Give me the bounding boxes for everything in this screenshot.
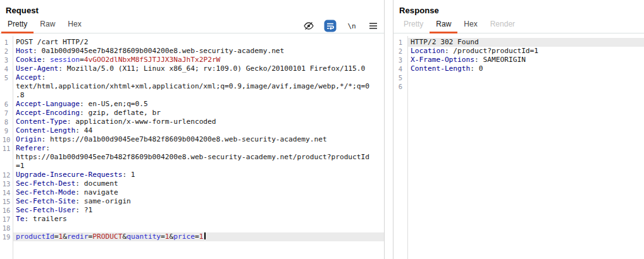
line-text[interactable]: User-Agent: Mozilla/5.0 (X11; Linux x86_… <box>13 64 384 73</box>
code-row[interactable]: .8 <box>0 91 384 100</box>
code-row[interactable]: 7Accept-Encoding: gzip, deflate, br <box>0 109 384 117</box>
line-text[interactable]: Sec-Fetch-Mode: navigate <box>13 188 384 197</box>
line-text[interactable]: productId=1&redir=PRODUCT&quantity=1&pri… <box>13 232 384 241</box>
line-number <box>0 82 13 91</box>
newline-icon: \n <box>347 22 356 30</box>
code-row[interactable]: 2Host: 0a1b00d9045ee7b482f8609b004200e8.… <box>0 47 384 56</box>
line-text[interactable]: Content-Length: 0 <box>407 64 644 73</box>
code-row[interactable]: 12Upgrade-Insecure-Requests: 1 <box>0 171 384 179</box>
line-text[interactable]: https://0a1b00d9045ee7b482f8609b004200e8… <box>13 153 384 162</box>
token: : ?1 <box>75 206 92 214</box>
line-number: 4 <box>0 64 13 73</box>
line-number: 3 <box>393 56 407 64</box>
token: Sec-Fetch-User <box>16 206 75 214</box>
response-tab-raw[interactable]: Raw <box>430 19 457 33</box>
code-row[interactable]: 1POST /cart HTTP/2 <box>0 38 384 47</box>
line-text[interactable] <box>13 224 384 232</box>
token: Upgrade-Insecure-Requests <box>16 171 122 179</box>
line-text[interactable]: text/html,application/xhtml+xml,applicat… <box>13 82 384 91</box>
newline-toggle-button[interactable]: \n <box>345 20 358 32</box>
token: : trailers <box>24 215 66 223</box>
line-text[interactable]: Content-Type: application/x-www-form-url… <box>13 117 384 126</box>
line-text[interactable]: HTTP/2 302 Found <box>407 38 644 47</box>
response-tab-hex[interactable]: Hex <box>457 19 483 33</box>
line-text[interactable]: .8 <box>13 91 384 100</box>
line-number <box>0 162 13 171</box>
code-row[interactable]: 16Sec-Fetch-User: ?1 <box>0 206 384 215</box>
line-text[interactable]: Sec-Fetch-User: ?1 <box>13 206 384 215</box>
token: : document <box>75 179 118 188</box>
code-row[interactable]: 2Location: /product?productId=1 <box>393 47 644 56</box>
hide-nonprintable-button[interactable] <box>302 20 315 32</box>
token: Content-Length <box>411 64 470 73</box>
line-text[interactable]: Accept-Language: en-US,en;q=0.5 <box>13 100 384 109</box>
code-row[interactable]: https://0a1b00d9045ee7b482f8609b004200e8… <box>0 153 384 162</box>
token: = <box>195 232 199 241</box>
code-row[interactable]: 6Accept-Language: en-US,en;q=0.5 <box>0 100 384 109</box>
line-text[interactable]: Location: /product?productId=1 <box>407 47 644 56</box>
response-tab-render: Render <box>484 19 521 33</box>
token: & <box>63 232 67 241</box>
line-text[interactable]: Host: 0a1b00d9045ee7b482f8609b004200e8.w… <box>13 47 384 56</box>
editor-menu-button[interactable] <box>367 20 380 32</box>
code-row[interactable]: 13Sec-Fetch-Dest: document <box>0 179 384 188</box>
token: : <box>41 73 46 81</box>
code-row[interactable]: =1 <box>0 162 384 171</box>
line-text[interactable]: Accept-Encoding: gzip, deflate, br <box>13 109 384 117</box>
gutter-divider <box>407 36 408 259</box>
token: Sec-Fetch-Dest <box>16 179 75 188</box>
code-row[interactable]: 9Content-Length: 44 <box>0 126 384 135</box>
line-text[interactable]: Cookie: session=4vGOO2dlNbxM8fSJTJJX3NaJ… <box>13 56 384 64</box>
code-row[interactable]: 14Sec-Fetch-Mode: navigate <box>0 188 384 197</box>
token: Sec-Fetch-Mode <box>16 188 75 196</box>
code-row[interactable]: 8Content-Type: application/x-www-form-ur… <box>0 117 384 126</box>
code-row[interactable]: 1HTTP/2 302 Found <box>393 38 644 47</box>
code-row[interactable]: 11Referer: <box>0 144 384 153</box>
line-text[interactable]: Content-Length: 44 <box>13 126 384 135</box>
code-row[interactable]: 3X-Frame-Options: SAMEORIGIN <box>393 56 644 64</box>
response-tab-pretty: Pretty <box>397 19 430 33</box>
token: Content-Length <box>16 126 75 135</box>
code-row[interactable]: 5 <box>393 73 644 82</box>
request-tab-hex[interactable]: Hex <box>61 19 87 33</box>
line-text[interactable] <box>407 82 644 91</box>
request-tab-raw[interactable]: Raw <box>34 19 61 33</box>
code-row[interactable]: 19productId=1&redir=PRODUCT&quantity=1&p… <box>0 232 384 241</box>
token: : /product?productId=1 <box>445 47 538 55</box>
request-editor[interactable]: 1POST /cart HTTP/22Host: 0a1b00d9045ee7b… <box>0 36 384 259</box>
line-text[interactable]: Sec-Fetch-Dest: document <box>13 179 384 188</box>
line-text[interactable]: POST /cart HTTP/2 <box>13 38 384 47</box>
line-text[interactable]: Origin: https://0a1b00d9045ee7b482f8609b… <box>13 135 384 144</box>
word-wrap-button[interactable] <box>324 20 337 32</box>
request-tab-pretty[interactable]: Pretty <box>1 19 34 33</box>
code-row[interactable]: 18 <box>0 224 384 232</box>
response-editor[interactable]: 1HTTP/2 302 Found2Location: /product?pro… <box>393 36 644 259</box>
token: Referer <box>16 144 46 152</box>
line-text[interactable]: Sec-Fetch-Site: same-origin <box>13 197 384 206</box>
line-number: 7 <box>0 109 13 117</box>
code-row[interactable]: 4User-Agent: Mozilla/5.0 (X11; Linux x86… <box>0 64 384 73</box>
line-text[interactable]: Te: trailers <box>13 215 384 224</box>
code-row[interactable]: 5Accept: <box>0 73 384 82</box>
line-number: 2 <box>0 47 13 56</box>
line-text[interactable]: =1 <box>13 162 384 171</box>
response-panel-title: Response <box>393 0 644 15</box>
line-text[interactable]: Upgrade-Insecure-Requests: 1 <box>13 171 384 179</box>
code-row[interactable]: text/html,application/xhtml+xml,applicat… <box>0 82 384 91</box>
line-text[interactable]: Accept: <box>13 73 384 82</box>
code-row[interactable]: 10Origin: https://0a1b00d9045ee7b482f860… <box>0 135 384 144</box>
code-row[interactable]: 3Cookie: session=4vGOO2dlNbxM8fSJTJJX3Na… <box>0 56 384 64</box>
code-row[interactable]: 4Content-Length: 0 <box>393 64 644 73</box>
line-text[interactable]: Referer: <box>13 144 384 153</box>
code-row[interactable]: 15Sec-Fetch-Site: same-origin <box>0 197 384 206</box>
token: = <box>161 232 165 241</box>
code-row[interactable]: 17Te: trailers <box>0 215 384 224</box>
line-text[interactable]: X-Frame-Options: SAMEORIGIN <box>407 56 644 64</box>
token: =1 <box>16 162 24 170</box>
code-row[interactable]: 6 <box>393 82 644 91</box>
line-number: 6 <box>393 82 407 91</box>
token: : en-US,en;q=0.5 <box>80 100 148 108</box>
token: quantity <box>127 232 161 241</box>
line-text[interactable] <box>407 73 644 82</box>
text-cursor <box>204 232 206 239</box>
